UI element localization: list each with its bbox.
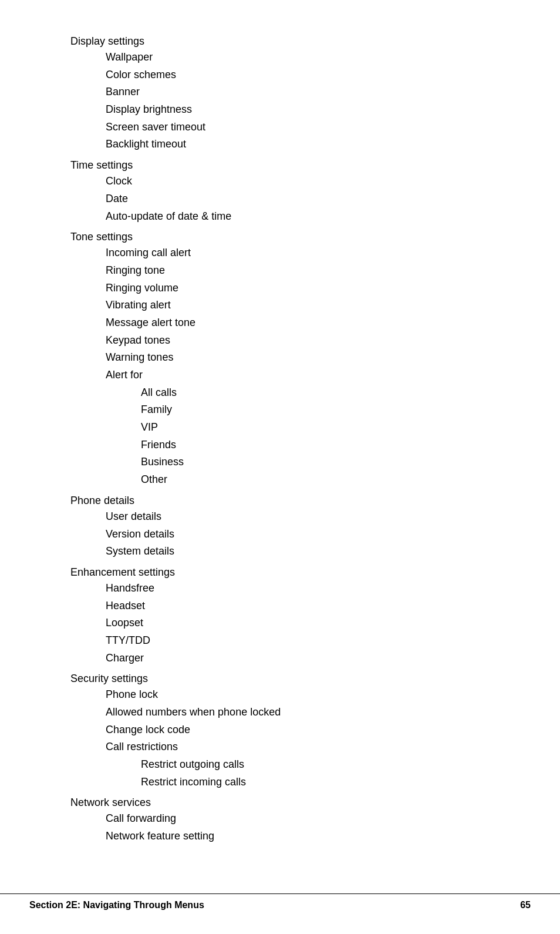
list-item: Handsfree [106,580,490,597]
list-item: Family [141,401,490,419]
list-item: Clock [106,173,490,190]
security-settings-items: Phone lock Allowed numbers when phone lo… [70,686,490,756]
phone-details-header: Phone details [70,495,490,507]
alert-for-items: All calls Family VIP Friends Business Ot… [70,384,490,489]
list-item: Incoming call alert [106,244,490,262]
time-settings-section: Time settings Clock Date Auto-update of … [70,159,490,225]
enhancement-settings-section: Enhancement settings Handsfree Headset L… [70,566,490,667]
list-item: Vibrating alert [106,297,490,314]
display-settings-header: Display settings [70,35,490,48]
list-item: VIP [141,419,490,436]
list-item: Display brightness [106,101,490,119]
list-item: User details [106,508,490,526]
list-item: Wallpaper [106,49,490,66]
list-item: Phone lock [106,686,490,704]
list-item: All calls [141,384,490,402]
tone-settings-items: Incoming call alert Ringing tone Ringing… [70,244,490,384]
tone-settings-section: Tone settings Incoming call alert Ringin… [70,231,490,489]
network-services-header: Network services [70,797,490,809]
list-item: Ringing tone [106,262,490,280]
list-item: Network feature setting [106,828,490,845]
footer-page-number: 65 [520,900,531,911]
list-item: Allowed numbers when phone locked [106,704,490,721]
page-content: Display settings Wallpaper Color schemes… [0,0,560,896]
enhancement-settings-items: Handsfree Headset Loopset TTY/TDD Charge… [70,580,490,667]
page-footer: Section 2E: Navigating Through Menus 65 [0,893,560,911]
alert-for-label: Alert for [106,367,490,384]
list-item: Loopset [106,614,490,632]
list-item: Backlight timeout [106,136,490,153]
list-item: Change lock code [106,721,490,739]
list-item: Charger [106,650,490,667]
list-item: Restrict incoming calls [141,774,490,791]
list-item: Call forwarding [106,810,490,828]
call-restrictions-items: Restrict outgoing calls Restrict incomin… [70,756,490,791]
list-item: Auto-update of date & time [106,208,490,226]
display-settings-section: Display settings Wallpaper Color schemes… [70,35,490,153]
list-item: Other [141,471,490,489]
list-item: Message alert tone [106,314,490,332]
list-item: Date [106,190,490,208]
list-item: Friends [141,436,490,454]
network-services-items: Call forwarding Network feature setting [70,810,490,845]
list-item: TTY/TDD [106,632,490,650]
security-settings-section: Security settings Phone lock Allowed num… [70,673,490,791]
list-item: Screen saver timeout [106,119,490,136]
list-item: Headset [106,597,490,615]
call-restrictions-label: Call restrictions [106,738,490,756]
list-item: Business [141,453,490,471]
list-item: Color schemes [106,66,490,84]
time-settings-items: Clock Date Auto-update of date & time [70,173,490,225]
security-settings-header: Security settings [70,673,490,685]
list-item: Restrict outgoing calls [141,756,490,774]
phone-details-items: User details Version details System deta… [70,508,490,560]
list-item: System details [106,543,490,560]
list-item: Keypad tones [106,332,490,350]
network-services-section: Network services Call forwarding Network… [70,797,490,845]
enhancement-settings-header: Enhancement settings [70,566,490,579]
list-item: Banner [106,83,490,101]
time-settings-header: Time settings [70,159,490,172]
display-settings-items: Wallpaper Color schemes Banner Display b… [70,49,490,153]
list-item: Version details [106,526,490,543]
list-item: Warning tones [106,349,490,367]
footer-section-label: Section 2E: Navigating Through Menus [29,900,204,911]
list-item: Ringing volume [106,280,490,297]
tone-settings-header: Tone settings [70,231,490,243]
phone-details-section: Phone details User details Version detai… [70,495,490,560]
